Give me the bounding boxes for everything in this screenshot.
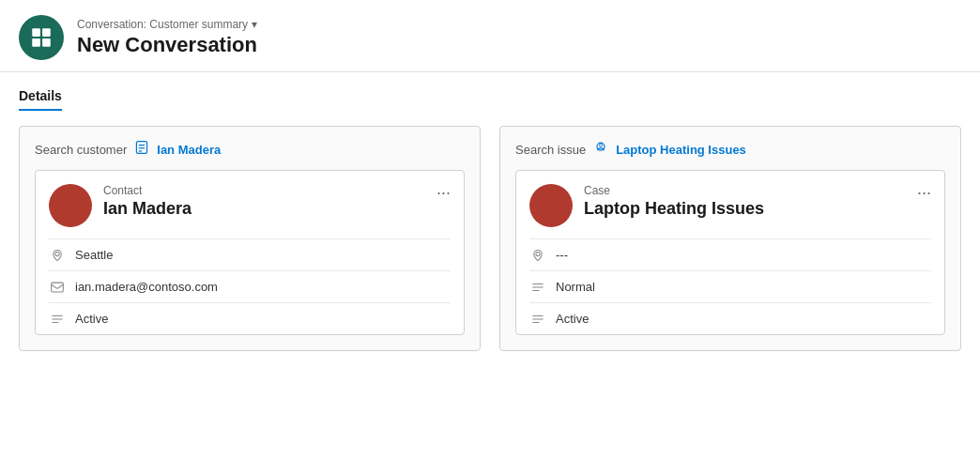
customer-search-value[interactable]: Ian Madera (157, 143, 221, 157)
issue-card: Case Laptop Heating Issues ··· --- (515, 170, 945, 335)
svg-rect-2 (32, 38, 40, 47)
issue-id-icon (529, 249, 546, 262)
customer-card-more-button[interactable]: ··· (436, 184, 451, 201)
issue-priority-text: Normal (556, 280, 595, 294)
issue-id-text: --- (556, 248, 568, 262)
issue-search-label: Search issue (515, 143, 586, 157)
svg-rect-9 (52, 283, 64, 292)
customer-status-icon (49, 314, 66, 325)
customer-email-row: ian.madera@contoso.com (49, 270, 451, 302)
customer-location-text: Seattle (75, 248, 113, 262)
customer-avatar (49, 184, 92, 227)
customer-card-name: Ian Madera (103, 199, 436, 219)
customer-panel: Search customer Ian Madera Contact Ian M… (19, 126, 481, 351)
issue-card-name: Laptop Heating Issues (584, 199, 917, 219)
tab-details[interactable]: Details (19, 88, 62, 111)
customer-search-icon (134, 140, 149, 159)
customer-card: Contact Ian Madera ··· Seattle (35, 170, 465, 335)
issue-card-type: Case (584, 184, 917, 197)
svg-rect-3 (42, 38, 51, 47)
issue-id-row: --- (529, 238, 931, 270)
issue-priority-row: Normal (529, 270, 931, 302)
svg-point-14 (600, 144, 603, 146)
customer-card-header: Contact Ian Madera ··· (49, 184, 451, 227)
issue-search-icon (593, 140, 608, 159)
tabs-bar: Details (0, 87, 980, 111)
location-icon (49, 249, 66, 262)
breadcrumb-dropdown-icon[interactable]: ▾ (252, 18, 257, 31)
header-text: Conversation: Customer summary ▾ New Con… (77, 18, 257, 57)
issue-card-header: Case Laptop Heating Issues ··· (529, 184, 931, 227)
customer-location-row: Seattle (49, 238, 451, 270)
customer-status-text: Active (75, 312, 108, 326)
app-icon (19, 15, 64, 60)
customer-search-row: Search customer Ian Madera (35, 140, 465, 159)
customer-search-label: Search customer (35, 143, 127, 157)
priority-icon (529, 282, 546, 293)
header: Conversation: Customer summary ▾ New Con… (0, 0, 980, 72)
main-content: Search customer Ian Madera Contact Ian M… (0, 111, 980, 366)
svg-point-8 (55, 252, 59, 255)
issue-panel: Search issue Laptop Heating Issues Case … (499, 126, 961, 351)
customer-title-block: Contact Ian Madera (103, 184, 436, 219)
breadcrumb-text: Conversation: Customer summary (77, 18, 248, 31)
customer-card-type: Contact (103, 184, 436, 197)
email-icon (49, 282, 66, 293)
issue-search-row: Search issue Laptop Heating Issues (515, 140, 945, 159)
issue-card-more-button[interactable]: ··· (917, 184, 931, 201)
issue-title-block: Case Laptop Heating Issues (584, 184, 917, 219)
issue-search-value[interactable]: Laptop Heating Issues (616, 143, 746, 157)
svg-rect-1 (42, 28, 51, 37)
svg-point-15 (536, 252, 540, 255)
issue-status-text: Active (556, 312, 589, 326)
issue-status-icon (529, 314, 546, 325)
page-title: New Conversation (77, 33, 257, 57)
customer-email-text: ian.madera@contoso.com (75, 280, 218, 294)
svg-rect-0 (32, 28, 40, 37)
issue-status-row: Active (529, 302, 931, 334)
issue-avatar (529, 184, 573, 227)
breadcrumb: Conversation: Customer summary ▾ (77, 18, 257, 31)
customer-status-row: Active (49, 302, 451, 334)
